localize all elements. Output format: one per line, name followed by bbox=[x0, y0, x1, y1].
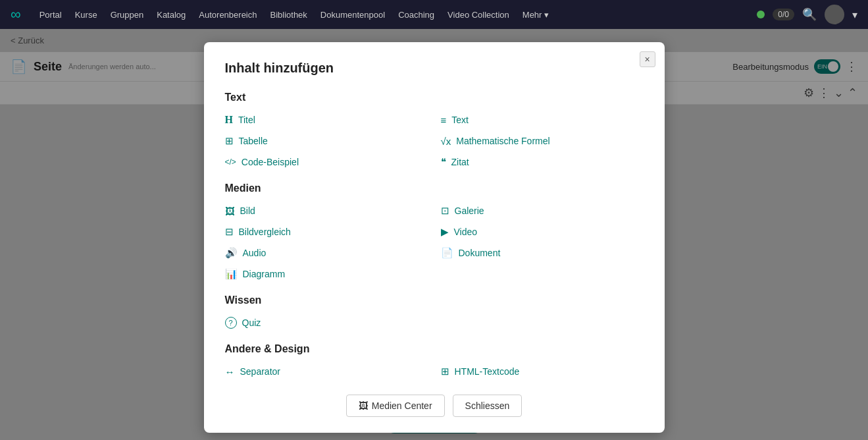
zitat-icon: ❝ bbox=[441, 156, 446, 168]
score-badge: 0/0 bbox=[773, 9, 794, 20]
code-icon: </> bbox=[225, 157, 236, 167]
item-titel-label: Titel bbox=[238, 115, 255, 125]
titel-icon: H bbox=[225, 114, 233, 126]
nav-coaching[interactable]: Coaching bbox=[398, 10, 434, 20]
item-bild[interactable]: 🖼 Bild bbox=[225, 204, 428, 218]
section-wissen-grid: ? Quiz bbox=[225, 316, 644, 330]
nav-mehr[interactable]: Mehr ▾ bbox=[523, 10, 549, 20]
page-background: < Zurück 📄 Seite Änderungen werden auto.… bbox=[0, 29, 868, 440]
modal-close-button[interactable]: × bbox=[640, 51, 655, 67]
item-text-label: Text bbox=[451, 115, 469, 125]
item-dokument[interactable]: 📄 Dokument bbox=[441, 246, 644, 260]
modal-footer: 🖼 Medien Center Schliessen bbox=[225, 395, 644, 417]
modal-title: Inhalt hinzufügen bbox=[225, 61, 644, 76]
nav-autorenbereich[interactable]: Autorenbereich bbox=[199, 10, 257, 20]
item-bildvergleich-label: Bildvergleich bbox=[239, 227, 291, 237]
galerie-icon: ⊡ bbox=[441, 205, 449, 217]
section-andere-heading: Andere & Design bbox=[225, 343, 644, 355]
bildvergleich-icon: ⊟ bbox=[225, 226, 234, 238]
item-html-label: HTML-Textcode bbox=[455, 366, 520, 377]
text-icon: ≡ bbox=[441, 115, 447, 126]
item-quiz[interactable]: ? Quiz bbox=[225, 316, 428, 330]
item-zitat-label: Zitat bbox=[451, 157, 469, 167]
item-dokument-label: Dokument bbox=[459, 248, 501, 258]
item-video[interactable]: ▶ Video bbox=[441, 225, 644, 239]
item-bildvergleich[interactable]: ⊟ Bildvergleich bbox=[225, 225, 428, 239]
item-diagramm-label: Diagramm bbox=[243, 269, 286, 279]
audio-icon: 🔊 bbox=[225, 247, 238, 259]
nav-right: 0/0 🔍 ▾ bbox=[757, 5, 857, 24]
item-separator[interactable]: ↔ Separator bbox=[225, 364, 428, 379]
section-medien-heading: Medien bbox=[225, 182, 644, 194]
item-galerie[interactable]: ⊡ Galerie bbox=[441, 204, 644, 218]
item-audio[interactable]: 🔊 Audio bbox=[225, 246, 428, 260]
media-center-label: Medien Center bbox=[372, 400, 432, 411]
section-wissen-heading: Wissen bbox=[225, 294, 644, 306]
tabelle-icon: ⊞ bbox=[225, 135, 234, 147]
modal-inhalt-hinzufuegen: × Inhalt hinzufügen Text H Titel ≡ Text … bbox=[204, 42, 665, 433]
separator-icon: ↔ bbox=[225, 366, 235, 377]
item-titel[interactable]: H Titel bbox=[225, 113, 428, 127]
dokument-icon: 📄 bbox=[441, 247, 453, 259]
status-dot bbox=[757, 11, 765, 18]
nav-katalog[interactable]: Katalog bbox=[157, 10, 186, 20]
item-text[interactable]: ≡ Text bbox=[441, 113, 644, 127]
bild-icon: 🖼 bbox=[225, 206, 235, 217]
formel-icon: √x bbox=[441, 136, 451, 147]
item-diagramm[interactable]: 📊 Diagramm bbox=[225, 267, 428, 281]
nav-video-collection[interactable]: Video Collection bbox=[447, 10, 509, 20]
item-separator-label: Separator bbox=[240, 366, 280, 377]
media-center-icon: 🖼 bbox=[359, 400, 368, 411]
item-bild-label: Bild bbox=[240, 206, 255, 216]
item-mathematische-formel[interactable]: √x Mathematische Formel bbox=[441, 134, 644, 148]
top-navigation: ∞ Portal Kurse Gruppen Katalog Autorenbe… bbox=[0, 0, 868, 29]
nav-kurse[interactable]: Kurse bbox=[75, 10, 97, 20]
modal-overlay: × Inhalt hinzufügen Text H Titel ≡ Text … bbox=[0, 29, 868, 440]
item-tabelle[interactable]: ⊞ Tabelle bbox=[225, 134, 428, 148]
nav-dokumentenpool[interactable]: Dokumentenpool bbox=[320, 10, 385, 20]
item-html-textcode[interactable]: ⊞ HTML-Textcode bbox=[441, 364, 644, 379]
item-zitat[interactable]: ❝ Zitat bbox=[441, 155, 644, 169]
item-formel-label: Mathematische Formel bbox=[456, 136, 549, 146]
item-galerie-label: Galerie bbox=[455, 206, 484, 216]
diagramm-icon: 📊 bbox=[225, 268, 238, 280]
item-tabelle-label: Tabelle bbox=[239, 136, 268, 146]
section-text-grid: H Titel ≡ Text ⊞ Tabelle √x Mathematisch… bbox=[225, 113, 644, 169]
quiz-icon: ? bbox=[225, 317, 237, 329]
item-quiz-label: Quiz bbox=[242, 317, 261, 328]
close-button[interactable]: Schliessen bbox=[453, 395, 523, 417]
section-text-heading: Text bbox=[225, 92, 644, 103]
item-audio-label: Audio bbox=[243, 248, 267, 258]
nav-gruppen[interactable]: Gruppen bbox=[111, 10, 144, 20]
item-code-label: Code-Beispiel bbox=[242, 157, 299, 167]
user-avatar[interactable] bbox=[825, 5, 844, 24]
user-menu-chevron[interactable]: ▾ bbox=[852, 9, 857, 21]
media-center-button[interactable]: 🖼 Medien Center bbox=[346, 395, 445, 417]
nav-portal[interactable]: Portal bbox=[39, 10, 62, 20]
section-medien-grid: 🖼 Bild ⊡ Galerie ⊟ Bildvergleich ▶ Video… bbox=[225, 204, 644, 281]
logo-icon[interactable]: ∞ bbox=[11, 6, 21, 23]
html-icon: ⊞ bbox=[441, 366, 449, 377]
search-icon[interactable]: 🔍 bbox=[802, 7, 817, 22]
video-icon: ▶ bbox=[441, 226, 449, 238]
nav-bibliothek[interactable]: Bibliothek bbox=[270, 10, 307, 20]
section-andere-grid: ↔ Separator ⊞ HTML-Textcode bbox=[225, 364, 644, 379]
item-code-beispiel[interactable]: </> Code-Beispiel bbox=[225, 155, 428, 169]
item-video-label: Video bbox=[454, 227, 478, 237]
